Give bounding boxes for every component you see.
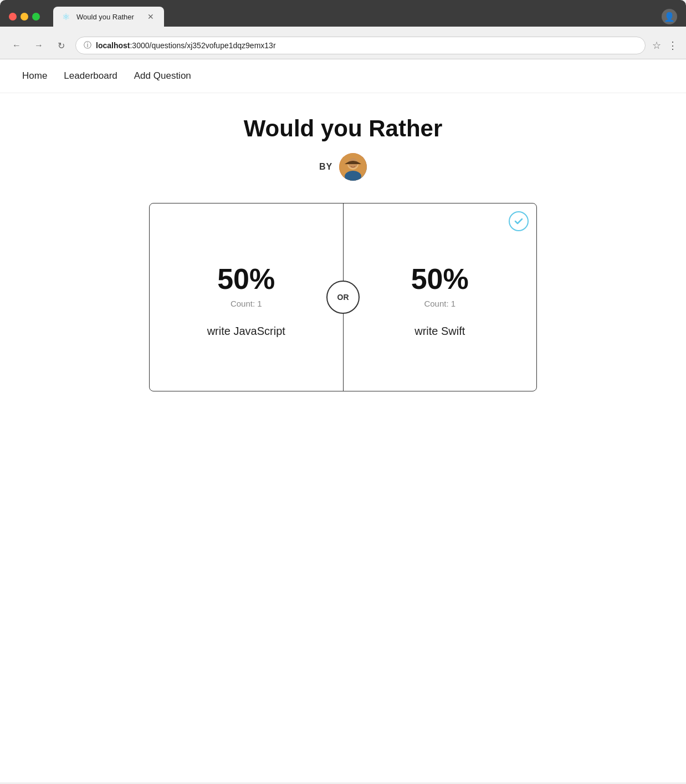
- refresh-icon: ↻: [58, 40, 65, 51]
- by-label: BY: [319, 162, 332, 172]
- minimize-button[interactable]: [21, 13, 28, 21]
- maximize-button[interactable]: [32, 13, 40, 21]
- option-right-count: Count: 1: [424, 299, 455, 308]
- option-right[interactable]: 50% Count: 1 write Swift: [344, 203, 537, 391]
- home-nav-link[interactable]: Home: [22, 70, 47, 82]
- browser-menu-icon[interactable]: ⋮: [668, 39, 677, 52]
- tab-close-icon[interactable]: ✕: [146, 11, 155, 22]
- url-path: :3000/questions/xj352vofupe1dqz9emx13r: [130, 41, 275, 50]
- back-arrow-icon: ←: [12, 40, 21, 50]
- option-left-percentage: 50%: [217, 262, 275, 296]
- option-left-count: Count: 1: [231, 299, 262, 308]
- refresh-button[interactable]: ↻: [53, 38, 69, 53]
- leaderboard-nav-link[interactable]: Leaderboard: [64, 70, 117, 82]
- traffic-lights: [9, 13, 40, 21]
- info-icon: ⓘ: [84, 40, 91, 50]
- avatar-image: [339, 153, 367, 181]
- back-button[interactable]: ←: [9, 38, 24, 53]
- add-question-nav-link[interactable]: Add Question: [134, 70, 191, 82]
- bookmark-icon[interactable]: ☆: [652, 39, 661, 52]
- profile-icon: 👤: [664, 12, 675, 22]
- or-divider: OR: [326, 281, 360, 314]
- site-nav: Home Leaderboard Add Question: [0, 59, 686, 93]
- active-tab[interactable]: ⚛ Would you Rather ✕: [53, 7, 164, 27]
- option-left-text: write JavaScript: [207, 325, 285, 338]
- forward-arrow-icon: →: [34, 40, 43, 50]
- option-left[interactable]: 50% Count: 1 write JavaScript: [150, 203, 344, 391]
- browser-chrome: ⚛ Would you Rather ✕ 👤: [0, 0, 686, 27]
- page-title: Would you Rather: [244, 115, 443, 142]
- option-right-percentage: 50%: [411, 262, 469, 296]
- forward-button[interactable]: →: [31, 38, 47, 53]
- close-button[interactable]: [9, 13, 17, 21]
- main-content: Would you Rather BY: [0, 93, 686, 414]
- browser-toolbar: ← → ↻ ⓘ localhost:3000/questions/xj352vo…: [0, 32, 686, 59]
- profile-button[interactable]: 👤: [662, 9, 677, 24]
- address-bar[interactable]: ⓘ localhost:3000/questions/xj352vofupe1d…: [75, 37, 646, 54]
- page-content: Home Leaderboard Add Question Would you …: [0, 59, 686, 782]
- title-bar: ⚛ Would you Rather ✕ 👤: [9, 7, 677, 27]
- browser-tabs: ⚛ Would you Rather ✕: [53, 7, 655, 27]
- avatar: [339, 153, 367, 181]
- tab-title-label: Would you Rather: [76, 13, 142, 21]
- author-row: BY: [319, 153, 367, 181]
- selected-check-icon: [509, 211, 529, 231]
- option-right-text: write Swift: [414, 325, 465, 338]
- url-text: localhost:3000/questions/xj352vofupe1dqz…: [96, 41, 637, 50]
- url-host: localhost: [96, 41, 130, 50]
- tab-favicon-icon: ⚛: [62, 12, 72, 22]
- checkmark-icon: [514, 216, 524, 226]
- question-card: 50% Count: 1 write JavaScript OR 50% Cou…: [149, 203, 537, 391]
